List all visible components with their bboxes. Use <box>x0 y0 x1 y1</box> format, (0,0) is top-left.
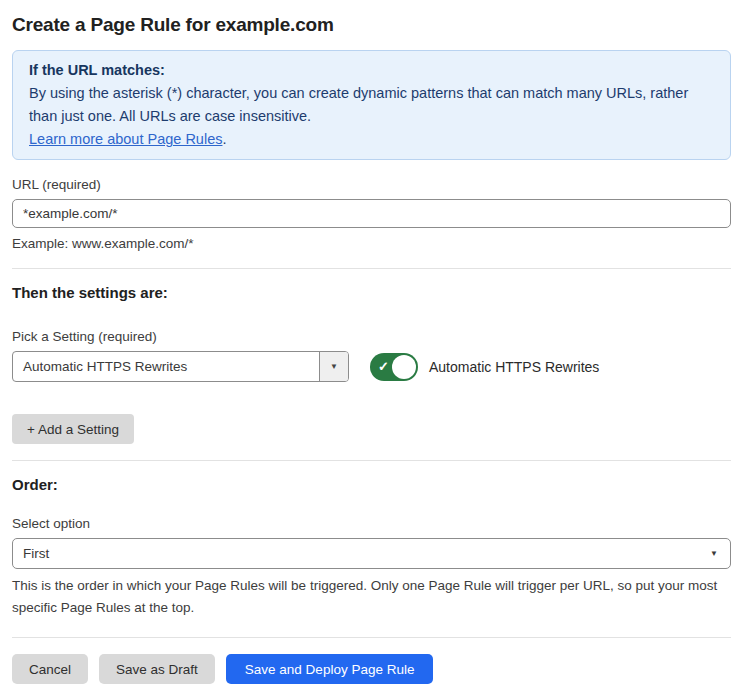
order-select-label: Select option <box>12 516 731 531</box>
order-select[interactable]: First ▼ <box>12 538 731 569</box>
divider <box>12 637 731 638</box>
settings-section-heading: Then the settings are: <box>12 284 731 301</box>
divider <box>12 460 731 461</box>
add-setting-button[interactable]: + Add a Setting <box>12 414 134 444</box>
url-field-label: URL (required) <box>12 177 731 192</box>
pick-setting-label: Pick a Setting (required) <box>12 329 731 344</box>
url-example-hint: Example: www.example.com/* <box>12 236 731 251</box>
setting-toggle[interactable]: ✓ <box>370 353 418 381</box>
save-as-draft-button[interactable]: Save as Draft <box>99 654 215 684</box>
url-input[interactable] <box>12 199 731 228</box>
info-box-link-line: Learn more about Page Rules. <box>29 128 714 151</box>
save-and-deploy-button[interactable]: Save and Deploy Page Rule <box>226 654 434 684</box>
setting-toggle-label: Automatic HTTPS Rewrites <box>429 359 599 375</box>
order-select-value: First <box>23 546 49 561</box>
divider <box>12 268 731 269</box>
setting-dropdown[interactable]: Automatic HTTPS Rewrites ▼ <box>12 351 349 382</box>
page-rule-form: Create a Page Rule for example.com If th… <box>0 14 743 684</box>
order-section-heading: Order: <box>12 476 731 493</box>
chevron-down-icon: ▼ <box>710 549 718 558</box>
order-help-text: This is the order in which your Page Rul… <box>12 575 731 619</box>
footer-actions: Cancel Save as Draft Save and Deploy Pag… <box>12 654 731 684</box>
chevron-down-icon[interactable]: ▼ <box>319 352 348 381</box>
link-suffix: . <box>222 131 226 147</box>
page-title: Create a Page Rule for example.com <box>12 14 731 36</box>
learn-more-link[interactable]: Learn more about Page Rules <box>29 131 222 147</box>
check-icon: ✓ <box>378 360 389 373</box>
cancel-button[interactable]: Cancel <box>12 654 88 684</box>
url-match-info-box: If the URL matches: By using the asteris… <box>12 50 731 160</box>
toggle-knob <box>392 355 416 379</box>
info-box-body: By using the asterisk (*) character, you… <box>29 82 714 128</box>
setting-row: Automatic HTTPS Rewrites ▼ ✓ Automatic H… <box>12 351 731 382</box>
setting-dropdown-value: Automatic HTTPS Rewrites <box>13 352 319 381</box>
info-box-heading: If the URL matches: <box>29 59 714 82</box>
